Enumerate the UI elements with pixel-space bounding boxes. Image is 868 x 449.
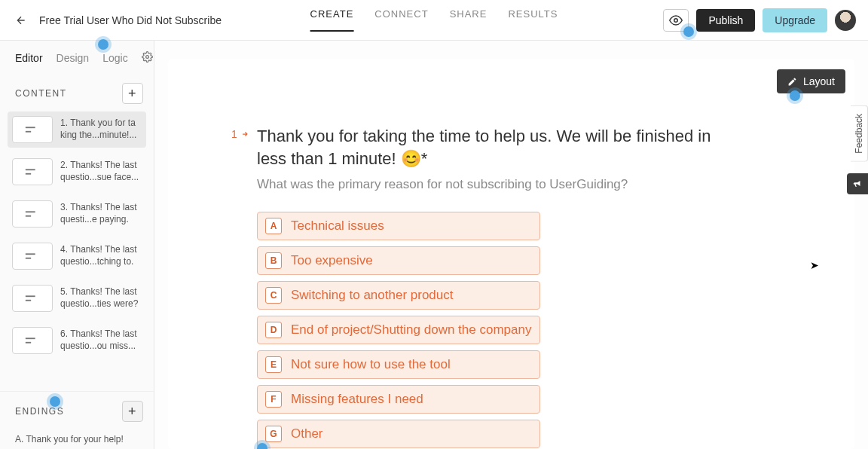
text-icon	[24, 335, 41, 346]
choices: ATechnical issues BToo expensive CSwitch…	[257, 212, 540, 448]
item-label: 4. Thanks! The last questio...tching to.	[60, 244, 142, 267]
item-thumb	[12, 116, 53, 143]
choice-option[interactable]: BToo expensive	[257, 246, 540, 275]
item-label: 2. Thanks! The last questio...sue face..…	[60, 160, 142, 183]
list-item[interactable]: 6. Thanks! The last questio...ou miss...	[8, 322, 146, 359]
pulse-dot	[683, 26, 694, 37]
layout-button[interactable]: Layout	[777, 69, 845, 93]
svg-point-1	[145, 56, 148, 59]
choice-key: E	[265, 356, 282, 373]
item-thumb	[12, 200, 53, 228]
canvas: Layout 1 Thank you for taking the time t…	[154, 41, 868, 449]
text-icon	[24, 124, 41, 135]
topbar-right: Publish Upgrade	[663, 8, 856, 32]
choice-option[interactable]: CSwitching to another product	[257, 281, 540, 310]
topbar: Free Trial User Who Did Not Subscribe CR…	[0, 0, 868, 41]
endings-label: ENDINGS	[15, 406, 64, 417]
text-icon	[24, 293, 41, 304]
item-label: 6. Thanks! The last questio...ou miss...	[60, 328, 142, 352]
choice-option[interactable]: ENot sure how to use the tool	[257, 350, 540, 379]
text-icon	[24, 166, 41, 177]
choice-label: Missing features I need	[291, 392, 423, 407]
choice-key: D	[265, 322, 282, 338]
list-item[interactable]: 3. Thanks! The last questi...e paying.	[8, 196, 146, 232]
item-label: 5. Thanks! The last questio...ties were?	[60, 286, 142, 310]
feedback-icon-button[interactable]	[847, 173, 868, 194]
text-icon	[24, 251, 41, 261]
choice-label: End of project/Shutting down the company	[291, 322, 531, 338]
arrow-right-icon	[240, 130, 249, 138]
back-button[interactable]	[12, 11, 30, 29]
choice-key: C	[265, 287, 282, 304]
content-items: 1. Thank you for ta king the...minute!..…	[0, 111, 154, 391]
list-item[interactable]: 4. Thanks! The last questio...tching to.	[8, 238, 146, 274]
list-item[interactable]: 5. Thanks! The last questio...ties were?	[8, 280, 146, 316]
text-icon	[24, 209, 41, 219]
endings-header: ENDINGS +	[0, 391, 154, 429]
megaphone-icon	[852, 179, 863, 189]
choice-option[interactable]: FMissing features I need	[257, 385, 540, 414]
pulse-dot	[98, 39, 108, 50]
pencil-icon	[787, 77, 797, 87]
upgrade-button[interactable]: Upgrade	[763, 8, 827, 32]
content-header: CONTENT +	[0, 71, 154, 111]
question-description[interactable]: What was the primary reason for not subs…	[257, 177, 806, 192]
pulse-dot	[790, 90, 800, 101]
choice-label: Switching to another product	[291, 288, 453, 303]
settings-button[interactable]	[142, 51, 153, 65]
choice-option[interactable]: ATechnical issues	[257, 212, 540, 240]
item-label: 3. Thanks! The last questi...e paying.	[60, 202, 142, 225]
add-ending-button[interactable]: +	[122, 401, 143, 422]
choice-label: Not sure how to use the tool	[291, 357, 451, 372]
side-tab-editor[interactable]: Editor	[15, 52, 43, 64]
sidebar: Editor Design Logic CONTENT + 1. Thank y…	[0, 41, 154, 449]
item-label: 1. Thank you for ta king the...minute!..…	[60, 118, 142, 141]
gear-icon	[142, 51, 153, 63]
choice-label: Too expensive	[291, 253, 373, 268]
tab-connect[interactable]: CONNECT	[374, 8, 428, 32]
tab-create[interactable]: CREATE	[310, 8, 354, 32]
pulse-dot	[50, 396, 60, 407]
tab-results[interactable]: RESULTS	[508, 8, 558, 32]
side-tabs: Editor Design Logic	[0, 41, 154, 71]
question-number: 1	[231, 128, 249, 140]
ending-item[interactable]: A. Thank you for your help!	[0, 429, 154, 449]
choice-key: G	[265, 426, 282, 442]
tab-share[interactable]: SHARE	[450, 8, 487, 32]
form-title[interactable]: Free Trial User Who Did Not Subscribe	[39, 14, 222, 26]
canvas-inner: Layout 1 Thank you for taking the time t…	[168, 59, 854, 449]
pulse-dot	[257, 443, 267, 449]
feedback-tab[interactable]: Feedback	[851, 105, 868, 162]
choice-key: B	[265, 252, 282, 269]
list-item[interactable]: 1. Thank you for ta king the...minute!..…	[8, 111, 146, 148]
side-tab-design[interactable]: Design	[57, 52, 90, 64]
add-question-button[interactable]: +	[122, 83, 143, 104]
choice-option[interactable]: GOther	[257, 420, 540, 448]
publish-button[interactable]: Publish	[696, 9, 755, 32]
content-label: CONTENT	[15, 88, 67, 99]
list-item[interactable]: 2. Thanks! The last questio...sue face..…	[8, 154, 146, 190]
item-thumb	[12, 285, 53, 312]
choice-key: A	[265, 218, 282, 234]
item-thumb	[12, 243, 53, 270]
preview-button[interactable]	[663, 9, 689, 32]
nav-tabs: CREATE CONNECT SHARE RESULTS	[310, 8, 558, 32]
eye-icon	[669, 14, 683, 27]
choice-label: Other	[291, 426, 323, 441]
svg-point-0	[674, 18, 678, 22]
choice-key: F	[265, 391, 282, 408]
workspace: Editor Design Logic CONTENT + 1. Thank y…	[0, 41, 868, 449]
side-tab-logic[interactable]: Logic	[102, 52, 127, 64]
question-title[interactable]: Thank you for taking the time to help us…	[257, 125, 739, 170]
item-thumb	[12, 158, 53, 185]
avatar[interactable]	[835, 10, 856, 31]
item-thumb	[12, 327, 53, 354]
choice-label: Technical issues	[291, 218, 384, 234]
choice-option[interactable]: DEnd of project/Shutting down the compan…	[257, 316, 540, 344]
